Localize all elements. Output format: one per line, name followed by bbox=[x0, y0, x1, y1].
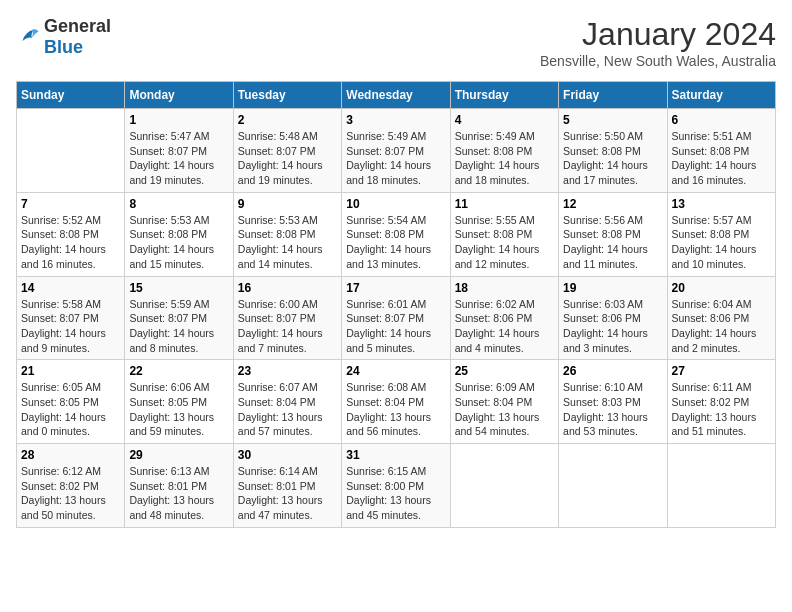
calendar-week-row: 28Sunrise: 6:12 AM Sunset: 8:02 PM Dayli… bbox=[17, 444, 776, 528]
calendar-cell: 26Sunrise: 6:10 AM Sunset: 8:03 PM Dayli… bbox=[559, 360, 667, 444]
header-friday: Friday bbox=[559, 82, 667, 109]
calendar-table: SundayMondayTuesdayWednesdayThursdayFrid… bbox=[16, 81, 776, 528]
day-number: 26 bbox=[563, 364, 662, 378]
calendar-header-row: SundayMondayTuesdayWednesdayThursdayFrid… bbox=[17, 82, 776, 109]
day-number: 23 bbox=[238, 364, 337, 378]
day-number: 19 bbox=[563, 281, 662, 295]
header-thursday: Thursday bbox=[450, 82, 558, 109]
day-number: 9 bbox=[238, 197, 337, 211]
day-number: 13 bbox=[672, 197, 771, 211]
calendar-cell: 27Sunrise: 6:11 AM Sunset: 8:02 PM Dayli… bbox=[667, 360, 775, 444]
calendar-week-row: 1Sunrise: 5:47 AM Sunset: 8:07 PM Daylig… bbox=[17, 109, 776, 193]
calendar-cell: 6Sunrise: 5:51 AM Sunset: 8:08 PM Daylig… bbox=[667, 109, 775, 193]
calendar-cell: 9Sunrise: 5:53 AM Sunset: 8:08 PM Daylig… bbox=[233, 192, 341, 276]
calendar-cell bbox=[450, 444, 558, 528]
calendar-cell: 15Sunrise: 5:59 AM Sunset: 8:07 PM Dayli… bbox=[125, 276, 233, 360]
day-info: Sunrise: 6:14 AM Sunset: 8:01 PM Dayligh… bbox=[238, 464, 337, 523]
day-info: Sunrise: 6:12 AM Sunset: 8:02 PM Dayligh… bbox=[21, 464, 120, 523]
day-number: 21 bbox=[21, 364, 120, 378]
day-number: 8 bbox=[129, 197, 228, 211]
day-info: Sunrise: 6:08 AM Sunset: 8:04 PM Dayligh… bbox=[346, 380, 445, 439]
day-info: Sunrise: 6:04 AM Sunset: 8:06 PM Dayligh… bbox=[672, 297, 771, 356]
day-number: 15 bbox=[129, 281, 228, 295]
day-number: 6 bbox=[672, 113, 771, 127]
day-info: Sunrise: 6:06 AM Sunset: 8:05 PM Dayligh… bbox=[129, 380, 228, 439]
day-info: Sunrise: 6:11 AM Sunset: 8:02 PM Dayligh… bbox=[672, 380, 771, 439]
calendar-cell: 16Sunrise: 6:00 AM Sunset: 8:07 PM Dayli… bbox=[233, 276, 341, 360]
calendar-cell bbox=[559, 444, 667, 528]
day-info: Sunrise: 6:15 AM Sunset: 8:00 PM Dayligh… bbox=[346, 464, 445, 523]
calendar-cell bbox=[17, 109, 125, 193]
header-monday: Monday bbox=[125, 82, 233, 109]
day-info: Sunrise: 6:13 AM Sunset: 8:01 PM Dayligh… bbox=[129, 464, 228, 523]
day-number: 4 bbox=[455, 113, 554, 127]
calendar-cell: 25Sunrise: 6:09 AM Sunset: 8:04 PM Dayli… bbox=[450, 360, 558, 444]
day-number: 11 bbox=[455, 197, 554, 211]
day-info: Sunrise: 5:48 AM Sunset: 8:07 PM Dayligh… bbox=[238, 129, 337, 188]
calendar-cell: 3Sunrise: 5:49 AM Sunset: 8:07 PM Daylig… bbox=[342, 109, 450, 193]
day-info: Sunrise: 6:07 AM Sunset: 8:04 PM Dayligh… bbox=[238, 380, 337, 439]
day-info: Sunrise: 5:53 AM Sunset: 8:08 PM Dayligh… bbox=[238, 213, 337, 272]
calendar-cell: 29Sunrise: 6:13 AM Sunset: 8:01 PM Dayli… bbox=[125, 444, 233, 528]
day-number: 29 bbox=[129, 448, 228, 462]
day-info: Sunrise: 6:01 AM Sunset: 8:07 PM Dayligh… bbox=[346, 297, 445, 356]
day-info: Sunrise: 5:56 AM Sunset: 8:08 PM Dayligh… bbox=[563, 213, 662, 272]
day-info: Sunrise: 6:10 AM Sunset: 8:03 PM Dayligh… bbox=[563, 380, 662, 439]
header-sunday: Sunday bbox=[17, 82, 125, 109]
calendar-cell: 21Sunrise: 6:05 AM Sunset: 8:05 PM Dayli… bbox=[17, 360, 125, 444]
calendar-cell: 10Sunrise: 5:54 AM Sunset: 8:08 PM Dayli… bbox=[342, 192, 450, 276]
calendar-week-row: 7Sunrise: 5:52 AM Sunset: 8:08 PM Daylig… bbox=[17, 192, 776, 276]
calendar-cell: 30Sunrise: 6:14 AM Sunset: 8:01 PM Dayli… bbox=[233, 444, 341, 528]
calendar-cell: 11Sunrise: 5:55 AM Sunset: 8:08 PM Dayli… bbox=[450, 192, 558, 276]
day-number: 31 bbox=[346, 448, 445, 462]
calendar-cell: 19Sunrise: 6:03 AM Sunset: 8:06 PM Dayli… bbox=[559, 276, 667, 360]
day-number: 17 bbox=[346, 281, 445, 295]
calendar-cell: 4Sunrise: 5:49 AM Sunset: 8:08 PM Daylig… bbox=[450, 109, 558, 193]
day-info: Sunrise: 6:05 AM Sunset: 8:05 PM Dayligh… bbox=[21, 380, 120, 439]
day-info: Sunrise: 6:00 AM Sunset: 8:07 PM Dayligh… bbox=[238, 297, 337, 356]
day-info: Sunrise: 5:59 AM Sunset: 8:07 PM Dayligh… bbox=[129, 297, 228, 356]
calendar-cell: 23Sunrise: 6:07 AM Sunset: 8:04 PM Dayli… bbox=[233, 360, 341, 444]
day-info: Sunrise: 6:09 AM Sunset: 8:04 PM Dayligh… bbox=[455, 380, 554, 439]
calendar-cell bbox=[667, 444, 775, 528]
day-info: Sunrise: 5:58 AM Sunset: 8:07 PM Dayligh… bbox=[21, 297, 120, 356]
header-wednesday: Wednesday bbox=[342, 82, 450, 109]
calendar-cell: 17Sunrise: 6:01 AM Sunset: 8:07 PM Dayli… bbox=[342, 276, 450, 360]
calendar-cell: 8Sunrise: 5:53 AM Sunset: 8:08 PM Daylig… bbox=[125, 192, 233, 276]
logo: General Blue bbox=[16, 16, 111, 58]
day-number: 18 bbox=[455, 281, 554, 295]
calendar-cell: 28Sunrise: 6:12 AM Sunset: 8:02 PM Dayli… bbox=[17, 444, 125, 528]
day-number: 28 bbox=[21, 448, 120, 462]
calendar-week-row: 14Sunrise: 5:58 AM Sunset: 8:07 PM Dayli… bbox=[17, 276, 776, 360]
header-saturday: Saturday bbox=[667, 82, 775, 109]
calendar-cell: 18Sunrise: 6:02 AM Sunset: 8:06 PM Dayli… bbox=[450, 276, 558, 360]
day-number: 1 bbox=[129, 113, 228, 127]
logo-blue: Blue bbox=[44, 37, 83, 57]
day-number: 30 bbox=[238, 448, 337, 462]
day-number: 7 bbox=[21, 197, 120, 211]
day-number: 16 bbox=[238, 281, 337, 295]
day-info: Sunrise: 6:02 AM Sunset: 8:06 PM Dayligh… bbox=[455, 297, 554, 356]
logo-icon bbox=[16, 25, 40, 49]
day-number: 2 bbox=[238, 113, 337, 127]
calendar-cell: 24Sunrise: 6:08 AM Sunset: 8:04 PM Dayli… bbox=[342, 360, 450, 444]
calendar-cell: 1Sunrise: 5:47 AM Sunset: 8:07 PM Daylig… bbox=[125, 109, 233, 193]
calendar-cell: 14Sunrise: 5:58 AM Sunset: 8:07 PM Dayli… bbox=[17, 276, 125, 360]
calendar-cell: 2Sunrise: 5:48 AM Sunset: 8:07 PM Daylig… bbox=[233, 109, 341, 193]
header-tuesday: Tuesday bbox=[233, 82, 341, 109]
day-info: Sunrise: 5:57 AM Sunset: 8:08 PM Dayligh… bbox=[672, 213, 771, 272]
day-info: Sunrise: 5:51 AM Sunset: 8:08 PM Dayligh… bbox=[672, 129, 771, 188]
day-info: Sunrise: 5:49 AM Sunset: 8:07 PM Dayligh… bbox=[346, 129, 445, 188]
calendar-cell: 20Sunrise: 6:04 AM Sunset: 8:06 PM Dayli… bbox=[667, 276, 775, 360]
day-number: 10 bbox=[346, 197, 445, 211]
day-info: Sunrise: 5:49 AM Sunset: 8:08 PM Dayligh… bbox=[455, 129, 554, 188]
calendar-cell: 31Sunrise: 6:15 AM Sunset: 8:00 PM Dayli… bbox=[342, 444, 450, 528]
day-number: 3 bbox=[346, 113, 445, 127]
month-year-title: January 2024 bbox=[540, 16, 776, 53]
day-number: 24 bbox=[346, 364, 445, 378]
day-info: Sunrise: 5:52 AM Sunset: 8:08 PM Dayligh… bbox=[21, 213, 120, 272]
day-number: 25 bbox=[455, 364, 554, 378]
day-info: Sunrise: 5:54 AM Sunset: 8:08 PM Dayligh… bbox=[346, 213, 445, 272]
calendar-cell: 22Sunrise: 6:06 AM Sunset: 8:05 PM Dayli… bbox=[125, 360, 233, 444]
day-number: 22 bbox=[129, 364, 228, 378]
